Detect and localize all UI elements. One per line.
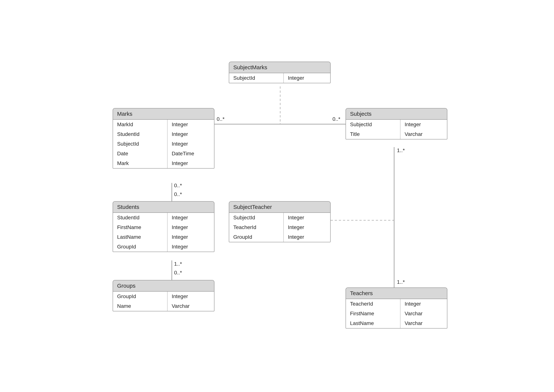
- field-name: SubjectId: [346, 120, 400, 129]
- field-type: Varchar: [400, 318, 447, 328]
- field-name: GroupId: [229, 232, 284, 242]
- entity-row: Mark Integer: [113, 159, 214, 168]
- entity-subjectmarks[interactable]: SubjectMarks SubjectId Integer: [229, 62, 331, 83]
- entity-subjectteacher[interactable]: SubjectTeacher SubjectId Integer Teacher…: [229, 201, 331, 242]
- field-name: Name: [113, 301, 168, 311]
- field-type: Integer: [400, 299, 447, 309]
- multiplicity-label: 0..*: [174, 182, 182, 189]
- entity-row: FirstName Varchar: [346, 309, 447, 318]
- field-name: Title: [346, 129, 400, 139]
- multiplicity-label: 0..*: [174, 270, 182, 276]
- connector-layer: [0, 0, 554, 392]
- field-name: TeacherId: [346, 299, 400, 309]
- entity-row: SubjectId Integer: [346, 120, 447, 129]
- multiplicity-label: 1..*: [397, 279, 405, 285]
- field-type: Varchar: [400, 309, 447, 318]
- entity-row: FirstName Integer: [113, 223, 214, 232]
- field-name: Date: [113, 149, 168, 159]
- entity-teachers[interactable]: Teachers TeacherId Integer FirstName Var…: [346, 287, 447, 329]
- field-name: MarkId: [113, 120, 168, 129]
- entity-row: Name Varchar: [113, 301, 214, 311]
- entity-title: SubjectTeacher: [229, 202, 330, 213]
- field-type: Integer: [284, 73, 330, 83]
- entity-title: Groups: [113, 280, 214, 292]
- entity-row: Title Varchar: [346, 129, 447, 139]
- field-name: SubjectId: [229, 213, 284, 223]
- entity-row: TeacherId Integer: [229, 223, 330, 232]
- field-type: Integer: [168, 223, 214, 232]
- field-name: LastName: [113, 232, 168, 242]
- field-name: StudentId: [113, 213, 168, 223]
- field-type: Integer: [168, 159, 214, 168]
- entity-row: StudentId Integer: [113, 129, 214, 139]
- entity-title: SubjectMarks: [229, 62, 330, 73]
- multiplicity-label: 0..*: [174, 191, 182, 197]
- entity-title: Marks: [113, 108, 214, 120]
- field-type: Integer: [168, 232, 214, 242]
- field-type: Integer: [168, 213, 214, 223]
- multiplicity-label: 0..*: [217, 116, 225, 122]
- entity-row: TeacherId Integer: [346, 299, 447, 309]
- entity-subjects[interactable]: Subjects SubjectId Integer Title Varchar: [346, 108, 447, 140]
- entity-title: Subjects: [346, 108, 447, 120]
- multiplicity-label: 1..*: [174, 261, 182, 267]
- entity-row: SubjectId Integer: [229, 213, 330, 223]
- entity-row: GroupId Integer: [113, 242, 214, 252]
- multiplicity-label: 0..*: [333, 116, 340, 122]
- entity-row: LastName Varchar: [346, 318, 447, 328]
- field-name: FirstName: [113, 223, 168, 232]
- field-type: Integer: [168, 242, 214, 252]
- entity-groups[interactable]: Groups GroupId Integer Name Varchar: [113, 280, 214, 311]
- field-type: Integer: [284, 213, 330, 223]
- entity-row: Date DateTime: [113, 149, 214, 159]
- field-type: Integer: [168, 120, 214, 129]
- field-type: Integer: [400, 120, 447, 129]
- field-name: StudentId: [113, 129, 168, 139]
- entity-marks[interactable]: Marks MarkId Integer StudentId Integer S…: [113, 108, 214, 168]
- entity-row: MarkId Integer: [113, 120, 214, 129]
- entity-title: Teachers: [346, 288, 447, 299]
- field-type: Integer: [284, 223, 330, 232]
- entity-row: GroupId Integer: [229, 232, 330, 242]
- entity-row: GroupId Integer: [113, 292, 214, 301]
- entity-row: SubjectId Integer: [113, 139, 214, 149]
- entity-title: Students: [113, 202, 214, 213]
- field-name: LastName: [346, 318, 400, 328]
- field-name: SubjectId: [113, 139, 168, 149]
- field-name: Mark: [113, 159, 168, 168]
- field-type: Integer: [284, 232, 330, 242]
- field-name: TeacherId: [229, 223, 284, 232]
- field-type: Integer: [168, 139, 214, 149]
- field-name: GroupId: [113, 242, 168, 252]
- entity-row: StudentId Integer: [113, 213, 214, 223]
- field-type: Varchar: [168, 301, 214, 311]
- field-name: SubjectId: [229, 73, 284, 83]
- er-diagram-canvas: SubjectMarks SubjectId Integer Marks Mar…: [0, 0, 554, 392]
- field-name: GroupId: [113, 292, 168, 301]
- entity-row: LastName Integer: [113, 232, 214, 242]
- multiplicity-label: 1..*: [397, 147, 405, 154]
- entity-row: SubjectId Integer: [229, 73, 330, 83]
- field-type: DateTime: [168, 149, 214, 159]
- field-type: Varchar: [400, 129, 447, 139]
- field-type: Integer: [168, 292, 214, 301]
- field-name: FirstName: [346, 309, 400, 318]
- entity-students[interactable]: Students StudentId Integer FirstName Int…: [113, 201, 214, 252]
- field-type: Integer: [168, 129, 214, 139]
